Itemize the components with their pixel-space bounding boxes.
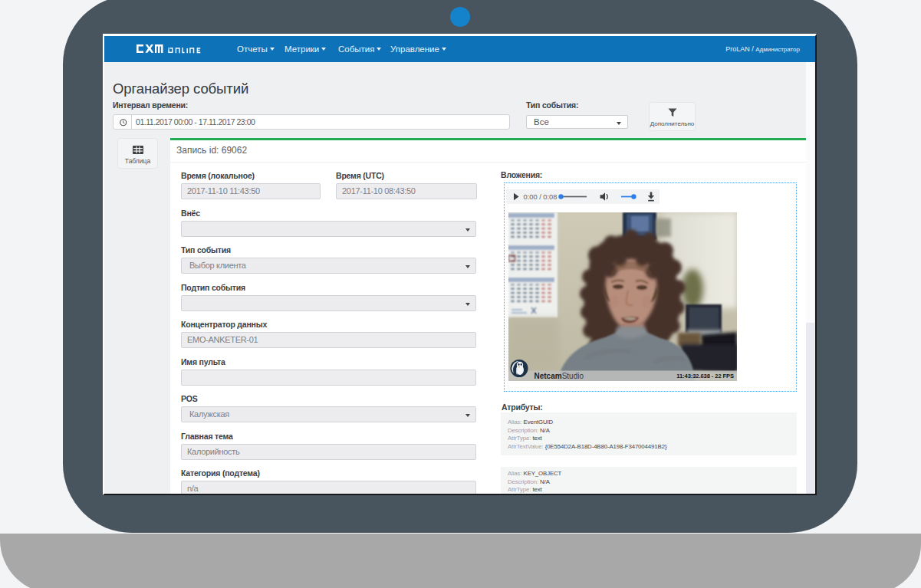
svg-text:0:00 / 0:08: 0:00 / 0:08 [524,193,558,201]
svg-text:11:43:32.638 - 22 FPS: 11:43:32.638 - 22 FPS [676,373,734,379]
svg-text:NetcamStudio: NetcamStudio [535,372,584,380]
